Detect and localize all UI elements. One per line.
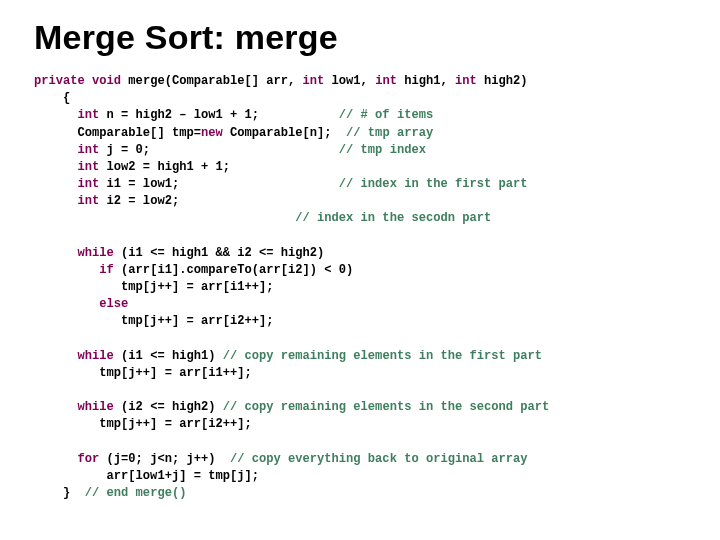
code-line: else xyxy=(34,297,128,311)
keyword-int: int xyxy=(375,74,397,88)
comment: // # of items xyxy=(339,108,433,122)
keyword-void: void xyxy=(92,74,121,88)
text: i2 = low2; xyxy=(99,194,179,208)
keyword-int: int xyxy=(78,108,100,122)
text: } xyxy=(34,486,85,500)
code-line: int n = high2 – low1 + 1; // # of items xyxy=(34,108,433,122)
comment: // tmp array xyxy=(346,126,433,140)
text: (i2 <= high2) xyxy=(114,400,223,414)
comment: // copy remaining elements in the second… xyxy=(223,400,550,414)
keyword-int: int xyxy=(455,74,477,88)
code-line: for (j=0; j<n; j++) // copy everything b… xyxy=(34,452,528,466)
keyword-else: else xyxy=(99,297,128,311)
code-line: tmp[j++] = arr[i1++]; xyxy=(34,280,274,294)
text: (arr[i1].compareTo(arr[i2]) < 0) xyxy=(114,263,354,277)
text: (i1 <= high1) xyxy=(114,349,223,363)
text: n = high2 – low1 + 1; xyxy=(99,108,339,122)
keyword-while: while xyxy=(78,400,114,414)
code-line: while (i1 <= high1 && i2 <= high2) xyxy=(34,246,324,260)
code-line: int low2 = high1 + 1; xyxy=(34,160,230,174)
code-line: private void merge(Comparable[] arr, int… xyxy=(34,74,528,88)
comment: // copy remaining elements in the first … xyxy=(223,349,542,363)
keyword-if: if xyxy=(99,263,114,277)
text xyxy=(34,211,295,225)
code-line: } // end merge() xyxy=(34,486,186,500)
code-line: int i2 = low2; xyxy=(34,194,179,208)
keyword-while: while xyxy=(78,246,114,260)
code-line: tmp[j++] = arr[i1++]; xyxy=(34,366,252,380)
text: low2 = high1 + 1; xyxy=(99,160,230,174)
slide: Merge Sort: merge private void merge(Com… xyxy=(0,0,720,540)
text: low1, xyxy=(324,74,375,88)
code-line: // index in the secodn part xyxy=(34,211,491,225)
keyword-int: int xyxy=(78,160,100,174)
keyword-for: for xyxy=(78,452,100,466)
code-line: int i1 = low1; // index in the first par… xyxy=(34,177,528,191)
comment: // end merge() xyxy=(85,486,187,500)
keyword-new: new xyxy=(201,126,223,140)
text: i1 = low1; xyxy=(99,177,339,191)
comment: // copy everything back to original arra… xyxy=(230,452,528,466)
keyword-int: int xyxy=(303,74,325,88)
text: Comparable[n]; xyxy=(223,126,346,140)
code-line: while (i1 <= high1) // copy remaining el… xyxy=(34,349,542,363)
code-line: tmp[j++] = arr[i2++]; xyxy=(34,314,274,328)
keyword-int: int xyxy=(78,143,100,157)
keyword-private: private xyxy=(34,74,85,88)
code-line: if (arr[i1].compareTo(arr[i2]) < 0) xyxy=(34,263,353,277)
page-title: Merge Sort: merge xyxy=(34,18,686,57)
code-line: while (i2 <= high2) // copy remaining el… xyxy=(34,400,549,414)
text: (j=0; j<n; j++) xyxy=(99,452,230,466)
text: Comparable[] tmp= xyxy=(34,126,201,140)
text: high1, xyxy=(397,74,455,88)
keyword-while: while xyxy=(78,349,114,363)
text: merge(Comparable[] arr, xyxy=(121,74,302,88)
text: high2) xyxy=(477,74,528,88)
text: (i1 <= high1 && i2 <= high2) xyxy=(114,246,324,260)
comment: // index in the secodn part xyxy=(295,211,491,225)
code-line: arr[low1+j] = tmp[j]; xyxy=(34,469,259,483)
code-line: Comparable[] tmp=new Comparable[n]; // t… xyxy=(34,126,433,140)
text: j = 0; xyxy=(99,143,339,157)
keyword-int: int xyxy=(78,194,100,208)
code-line: int j = 0; // tmp index xyxy=(34,143,426,157)
code-line: tmp[j++] = arr[i2++]; xyxy=(34,417,252,431)
comment: // tmp index xyxy=(339,143,426,157)
keyword-int: int xyxy=(78,177,100,191)
comment: // index in the first part xyxy=(339,177,528,191)
code-line: { xyxy=(34,91,70,105)
code-block: private void merge(Comparable[] arr, int… xyxy=(34,73,686,502)
